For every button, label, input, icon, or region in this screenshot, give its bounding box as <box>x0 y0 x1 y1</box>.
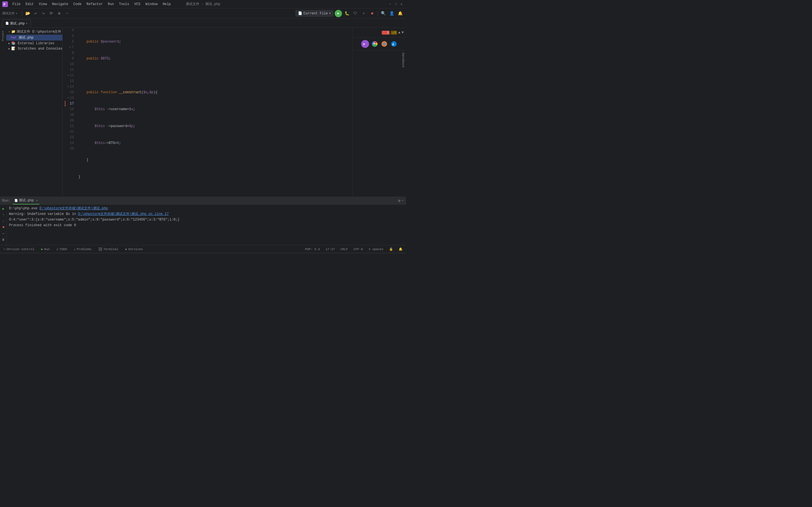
run-panel-header: Run: 📄 测试.php ✕ ⚙ − <box>0 197 406 205</box>
current-file-icon: 📄 <box>298 11 302 15</box>
user-button[interactable]: 👤 <box>388 10 395 17</box>
tree-item-scratches[interactable]: ▶ 📝 Scratches and Consoles <box>6 46 62 51</box>
down-arrow-btn[interactable]: ▼ <box>402 31 404 35</box>
svg-text:P: P <box>363 43 365 46</box>
tree-item-ext-libs[interactable]: ▶ 📚 External Libraries <box>6 41 62 46</box>
indent[interactable]: 4 spaces <box>367 247 385 251</box>
tree-item-project[interactable]: ▾ 📁 测试文件 D:\phpstorm文件 <box>6 29 62 35</box>
git-icon: ⑂ <box>3 247 5 251</box>
profile-button[interactable]: ⚡ <box>360 10 367 17</box>
minimize-button[interactable]: ─ <box>388 2 393 6</box>
toolbar-reload-btn[interactable]: ⟳ <box>48 10 54 17</box>
edge-icon[interactable]: e <box>390 40 398 48</box>
tab-php-icon: 📄 <box>5 22 9 25</box>
firefox-icon[interactable] <box>380 40 388 48</box>
run-panel-close-icon[interactable]: − <box>402 199 404 203</box>
menu-view[interactable]: View <box>37 2 49 7</box>
notification-icon[interactable]: 🔔 <box>396 10 404 17</box>
menu-navigate[interactable]: Navigate <box>50 2 70 7</box>
menu-window[interactable]: Window <box>143 2 160 7</box>
stop-button[interactable]: ■ <box>368 10 376 17</box>
version-control-btn[interactable]: ⑂ Version Control <box>2 247 36 251</box>
code-view[interactable]: 4 5 6 ▾7 8 9 10 11 ▾12 13 ▾14 15 <box>63 27 352 196</box>
toolbar-folder-btn[interactable]: 📂 <box>24 10 31 17</box>
chrome-icon[interactable] <box>371 40 378 48</box>
separator-2 <box>377 11 378 16</box>
services-icon: ◈ <box>125 247 127 251</box>
menu-help[interactable]: Help <box>160 2 173 7</box>
menu-code[interactable]: Code <box>71 2 84 7</box>
run-command-exe: D:\php\php.exe <box>9 207 38 210</box>
fold-16[interactable]: ▾ <box>67 95 69 101</box>
fold-7[interactable]: ▾ <box>69 45 71 50</box>
time-bottom: 17:37 <box>324 247 336 251</box>
run-clear-btn[interactable]: 🗑 <box>1 237 6 242</box>
close-button[interactable]: ✕ <box>399 2 404 6</box>
services-btn[interactable]: ◈ Services <box>124 247 144 251</box>
run-exit-text: Process finished with exit code 0 <box>9 223 76 227</box>
fold-12[interactable]: ▾ <box>67 73 69 78</box>
toolbar-settings-btn[interactable]: ⚙ <box>56 10 62 17</box>
tree-icon-folder: 📁 <box>11 30 15 34</box>
run-play-btn[interactable]: ▶ <box>1 206 6 212</box>
line-numbers: 4 5 6 ▾7 8 9 10 11 ▾12 13 ▾14 15 <box>63 27 76 196</box>
problems-icon: ⚠ <box>74 247 76 251</box>
run-warning-file[interactable]: D:\phpstorm文件存储\测试文件\测试.php on line 17 <box>78 212 169 216</box>
project-chevron: ▾ <box>16 12 17 15</box>
window-controls: ─ □ ✕ <box>388 2 404 6</box>
run-stop-btn[interactable]: ■ <box>1 224 6 230</box>
run-wrap-btn[interactable]: ↩ <box>1 231 6 236</box>
encoding[interactable]: UTF-8 <box>352 247 364 251</box>
error-badge[interactable]: 🔴 1 <box>382 31 390 35</box>
tree-item-test-php[interactable]: PHP 测试.php <box>6 35 62 41</box>
menu-refactor[interactable]: Refactor <box>84 2 105 7</box>
line-ending[interactable]: CRLF <box>340 247 349 251</box>
warning-count: 1 <box>394 31 396 34</box>
right-vertical-labels: Database <box>353 50 406 196</box>
run-down-btn[interactable]: ↓ <box>1 218 6 224</box>
menu-edit[interactable]: Edit <box>23 2 36 7</box>
coverage-button[interactable]: 🛡 <box>352 10 359 17</box>
run-tab-close[interactable]: ✕ <box>36 199 38 202</box>
up-arrow-btn[interactable]: ▲ <box>398 31 400 35</box>
project-sidebar-label[interactable]: Project <box>1 29 5 43</box>
menu-file[interactable]: File <box>10 2 23 7</box>
phpstorm-icon[interactable]: P <box>361 40 369 48</box>
menu-tools[interactable]: Tools <box>117 2 132 7</box>
notifications-bottom[interactable]: 🔔 <box>398 247 404 251</box>
run-btn-bottom[interactable]: ▶ Run <box>40 247 51 251</box>
menu-run[interactable]: Run <box>105 2 116 7</box>
terminal-icon: ⬛ <box>98 247 102 251</box>
problems-btn[interactable]: ⚠ Problems <box>73 247 93 251</box>
menu-vcs[interactable]: VCS <box>132 2 143 7</box>
tab-close-button[interactable]: ✕ <box>26 22 28 25</box>
warning-badge[interactable]: ⚠ 1 <box>391 31 397 35</box>
run-command-path[interactable]: D:\phpstorm文件存储\测试文件\测试.php <box>40 207 108 210</box>
bottom-right: PHP: 5.6 17:37 CRLF UTF-8 4 spaces 🔒 🔔 <box>304 247 404 251</box>
lock-icon[interactable]: 🔒 <box>388 247 394 251</box>
maximize-button[interactable]: □ <box>394 2 398 6</box>
todo-btn[interactable]: ☑ TODO <box>55 247 68 251</box>
code-line-10: $this->BTG=0; <box>79 140 350 146</box>
run-output: ▶ ↑ ↓ ■ ↩ 🗑 D:\php\php.exe D:\phpstorm文件… <box>0 205 406 245</box>
tab-test-php[interactable]: 📄 测试.php ✕ <box>2 19 31 27</box>
debug-button[interactable]: 🐛 <box>343 10 350 17</box>
run-up-btn[interactable]: ↑ <box>1 212 6 218</box>
search-button[interactable]: 🔍 <box>379 10 387 17</box>
toolbar-forward-btn[interactable]: ↪ <box>40 10 47 17</box>
run-tab[interactable]: 📄 测试.php ✕ <box>13 197 40 205</box>
run-button[interactable]: ▶ <box>335 10 342 17</box>
code-line-11: } <box>79 157 350 163</box>
php-version[interactable]: PHP: 5.6 <box>304 247 321 251</box>
current-file-dropdown[interactable]: 📄 Current File ▾ <box>296 10 334 17</box>
toolbar-back-btn[interactable]: ↩ <box>33 10 39 17</box>
tree-arrow-ext: ▶ <box>8 42 10 45</box>
run-panel-gear-icon[interactable]: ⚙ <box>398 199 400 203</box>
terminal-btn[interactable]: ⬛ Terminal <box>97 247 119 251</box>
code-line-6 <box>79 73 350 78</box>
fold-14[interactable]: ▾ <box>67 84 69 90</box>
toolbar-minus-btn[interactable]: − <box>64 10 70 17</box>
database-label[interactable]: Database <box>353 50 406 70</box>
tree-label-project: 测试文件 D:\phpstorm文件 <box>17 29 61 34</box>
code-content[interactable]: public $password; public $BTG; public fu… <box>76 27 352 196</box>
